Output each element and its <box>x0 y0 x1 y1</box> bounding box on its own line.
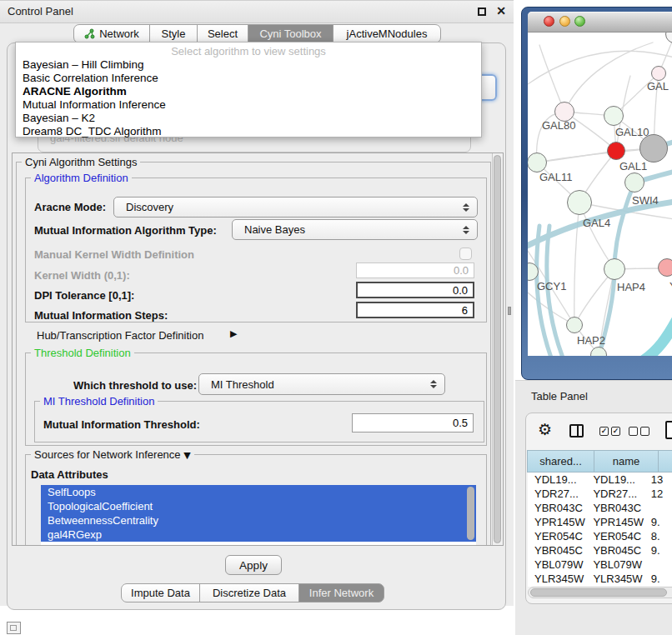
control-panel-tabs: Network Style Select Cyni Toolbox jActiv… <box>73 24 441 43</box>
mi-type-value: Naive Bayes <box>244 223 305 236</box>
network-node-label: SWI4 <box>632 194 659 207</box>
kernel-width-field[interactable]: 0.0 <box>356 262 474 278</box>
cyni-algorithm-settings-group: Cyni Algorithm Settings Algorithm Defini… <box>16 162 491 546</box>
table-row[interactable]: YBR043CYBR043C <box>528 501 672 515</box>
which-threshold-combo[interactable]: MI Threshold <box>198 373 445 395</box>
mi-threshold-group-title: MI Threshold Definition <box>40 395 158 408</box>
tab-select-label: Select <box>208 28 238 40</box>
expanded-triangle-icon[interactable]: ▼ <box>183 450 190 461</box>
attribute-item[interactable]: TopologicalCoefficient <box>41 499 476 513</box>
algorithm-option[interactable]: Bayesian – K2 <box>16 112 481 125</box>
algorithm-definition-group: Algorithm Definition Aracne Mode: Discov… <box>25 178 487 322</box>
hub-tf-section-label: Hub/Transcription Factor Definition <box>37 329 203 342</box>
combo-spinner-icon <box>463 203 469 212</box>
table-row[interactable]: YBR045CYBR045C9. <box>528 543 672 558</box>
threshold-definition-group: Threshold Definition Which threshold to … <box>25 352 487 446</box>
table-cell: YBR043C <box>528 501 589 515</box>
tab-discretize-data[interactable]: Discretize Data <box>199 583 299 602</box>
tab-impute-data[interactable]: Impute Data <box>121 583 200 602</box>
aracne-mode-combo[interactable]: Discovery <box>113 197 478 218</box>
attribute-item[interactable]: BetweennessCentrality <box>41 513 476 528</box>
zoom-traffic-light[interactable] <box>574 16 585 27</box>
network-node-gal10[interactable] <box>604 106 624 126</box>
column-header-name[interactable]: name <box>594 450 659 472</box>
control-panel-titlebar: Control Panel ✕ <box>0 1 514 23</box>
table-row[interactable]: YDL19...YDL19...13 <box>528 472 672 487</box>
network-node[interactable] <box>639 134 668 162</box>
algorithm-option[interactable]: Mutual Information Inference <box>16 98 481 112</box>
algorithm-option[interactable]: Basic Correlation Inference <box>16 72 481 85</box>
checked-checkbox-icon[interactable]: ✓ <box>611 427 620 436</box>
column-header-partial[interactable] <box>658 450 672 472</box>
mi-type-combo[interactable]: Naive Bayes <box>232 219 478 240</box>
network-node-label: GAL80 <box>542 119 575 132</box>
table-row[interactable]: YPR145WYPR145W9. <box>528 515 672 529</box>
apply-button-label: Apply <box>239 559 268 572</box>
table-cell: YBL079W <box>528 558 589 572</box>
dpi-tolerance-field[interactable]: 0.0 <box>356 282 474 298</box>
dpi-tolerance-label: DPI Tolerance [0,1]: <box>34 289 134 302</box>
tab-discretize-data-label: Discretize Data <box>213 587 286 599</box>
columns-icon[interactable] <box>569 424 584 438</box>
tab-style-label: Style <box>162 28 186 40</box>
mi-steps-label: Mutual Information Steps: <box>34 309 168 322</box>
table-cell <box>648 558 672 572</box>
collapsed-triangle-icon[interactable]: ▶ <box>230 328 237 339</box>
settings-scrollbar-thumb[interactable] <box>494 155 501 543</box>
manual-kernel-checkbox[interactable] <box>459 248 472 260</box>
tab-style[interactable]: Style <box>149 24 198 43</box>
attribute-item[interactable]: SelfLoops <box>41 485 476 499</box>
attribute-list-scrollbar[interactable] <box>467 487 474 540</box>
network-node-gal11[interactable] <box>528 152 547 172</box>
docked-window-icon[interactable] <box>7 622 21 634</box>
network-node-swi4[interactable] <box>624 172 644 192</box>
panel-divider-grip[interactable] <box>508 307 511 315</box>
mi-steps-field[interactable]: 6 <box>356 302 474 318</box>
combo-spinner-icon <box>463 226 469 234</box>
algorithm-option[interactable]: Bayesian – Hill Climbing <box>16 58 481 72</box>
control-panel: Control Panel ✕ Network Style Sel <box>0 0 514 606</box>
tab-infer-network[interactable]: Infer Network <box>298 583 384 602</box>
table-row[interactable]: YLR345WYLR345W9. <box>528 572 672 586</box>
close-traffic-light[interactable] <box>544 16 554 27</box>
checked-checkbox-icon[interactable]: ✓ <box>599 427 609 436</box>
table-row[interactable]: YER054CYER054C8. <box>528 529 672 543</box>
column-header-shared-name[interactable]: shared... <box>527 450 594 472</box>
network-node-y[interactable] <box>658 258 672 277</box>
tab-network-label: Network <box>99 28 139 40</box>
tab-select[interactable]: Select <box>197 24 248 43</box>
table-row[interactable]: YBL079WYBL079W <box>528 558 672 572</box>
network-node-gal1[interactable] <box>607 142 625 160</box>
close-icon[interactable]: ✕ <box>496 4 506 18</box>
tab-cyni-toolbox[interactable]: Cyni Toolbox <box>248 24 333 43</box>
minimize-traffic-light[interactable] <box>559 16 570 27</box>
float-window-icon[interactable] <box>478 8 486 16</box>
table-cell: YBR045C <box>528 543 589 558</box>
table-row[interactable]: YDR27...YDR27...12 <box>528 487 672 501</box>
apply-button[interactable]: Apply <box>225 555 282 575</box>
table-panel-title: Table Panel <box>531 390 588 402</box>
network-node-gal4[interactable] <box>567 190 592 215</box>
mi-steps-value: 6 <box>462 304 468 317</box>
unchecked-checkbox-icon[interactable] <box>629 427 638 436</box>
which-threshold-value: MI Threshold <box>211 378 274 391</box>
network-node-gal[interactable] <box>651 66 666 81</box>
table-icon[interactable] <box>665 421 672 439</box>
unchecked-checkbox-icon[interactable] <box>640 427 649 436</box>
table-scrollbar-thumb[interactable] <box>530 588 667 597</box>
gear-icon[interactable]: ⚙ <box>538 420 552 438</box>
network-node-hap4[interactable] <box>604 258 625 280</box>
network-canvas[interactable]: GALGAL80GAL10GAL1GAL11SWI4GAL4GCY1HAP4YH… <box>528 32 672 356</box>
network-node-hap2[interactable] <box>566 317 583 333</box>
kernel-width-label: Kernel Width (0,1): <box>34 269 130 282</box>
algorithm-option[interactable]: Dream8 DC_TDC Algorithm <box>16 125 481 138</box>
tab-network[interactable]: Network <box>73 24 150 43</box>
tab-jactivemnodules[interactable]: jActiveMNodules <box>333 24 441 43</box>
settings-vertical-scrollbar <box>492 153 503 545</box>
attribute-item[interactable]: gal4RGexp <box>41 528 476 542</box>
table-cell: YER054C <box>528 529 589 543</box>
network-window-titlebar[interactable] <box>528 12 672 32</box>
network-node-label: GAL <box>647 80 669 92</box>
algorithm-option-selected[interactable]: ARACNE Algorithm <box>16 85 481 98</box>
mi-threshold-field[interactable]: 0.5 <box>352 413 474 432</box>
